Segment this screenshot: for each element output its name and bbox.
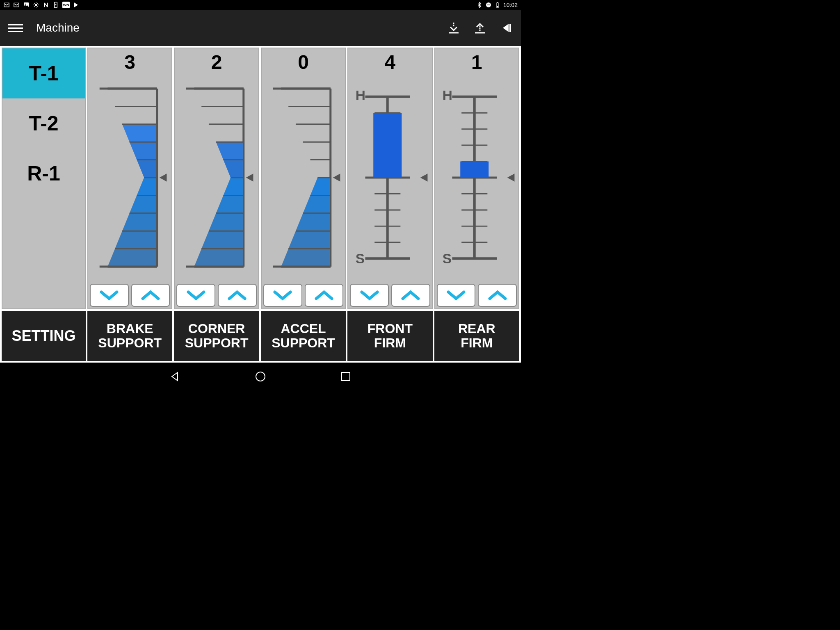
preset-panel: T-1 T-2 R-1 bbox=[2, 48, 86, 309]
svg-text:S: S bbox=[356, 251, 365, 266]
app-bar: Machine bbox=[0, 10, 521, 46]
svg-text:H: H bbox=[442, 88, 452, 103]
control-column-4: 1HSREAR FIRM bbox=[434, 48, 519, 361]
svg-line-11 bbox=[37, 3, 38, 3]
svg-line-9 bbox=[37, 6, 38, 7]
upload-button[interactable] bbox=[473, 21, 486, 34]
svg-rect-79 bbox=[373, 113, 402, 178]
status-time: 10:02 bbox=[503, 2, 518, 8]
control-value: 3 bbox=[90, 51, 170, 73]
svg-text:H: H bbox=[356, 88, 365, 103]
decrease-button[interactable] bbox=[90, 284, 129, 307]
menu-button[interactable] bbox=[8, 24, 23, 32]
svg-point-95 bbox=[256, 372, 265, 381]
decrease-button[interactable] bbox=[263, 284, 302, 307]
control-panel: 2 bbox=[174, 48, 259, 309]
svg-rect-16 bbox=[497, 2, 498, 2]
control-value: 2 bbox=[176, 51, 256, 73]
svg-rect-22 bbox=[509, 24, 511, 32]
control-label: CORNER SUPPORT bbox=[174, 311, 259, 361]
svg-rect-14 bbox=[487, 5, 490, 5]
increase-button[interactable] bbox=[478, 284, 517, 307]
sidebar-column: T-1 T-2 R-1 SETTING bbox=[2, 48, 86, 361]
svg-rect-94 bbox=[460, 162, 488, 178]
preset-t2-button[interactable]: T-2 bbox=[2, 98, 85, 148]
status-left: WN bbox=[3, 2, 80, 8]
svg-rect-96 bbox=[342, 372, 350, 381]
control-column-1: 2CORNER SUPPORT bbox=[174, 48, 259, 361]
wn-icon: WN bbox=[62, 2, 70, 8]
collapse-button[interactable] bbox=[500, 21, 513, 34]
control-column-2: 0ACCEL SUPPORT bbox=[261, 48, 346, 361]
dnd-icon bbox=[485, 2, 492, 8]
svg-line-10 bbox=[34, 6, 34, 7]
slider-gauge[interactable]: HS bbox=[352, 75, 428, 281]
control-panel: 3 bbox=[87, 48, 172, 309]
home-button[interactable] bbox=[255, 371, 266, 382]
decrease-button[interactable] bbox=[350, 284, 389, 307]
recent-button[interactable] bbox=[340, 371, 352, 382]
brightness-icon bbox=[33, 2, 39, 8]
control-column-0: 3BRAKE SUPPORT bbox=[87, 48, 172, 361]
control-label: ACCEL SUPPORT bbox=[261, 311, 346, 361]
play-store-icon bbox=[73, 2, 80, 8]
battery-icon bbox=[494, 2, 501, 8]
status-right: 10:02 bbox=[476, 2, 518, 8]
increase-button[interactable] bbox=[131, 284, 170, 307]
status-bar: WN 10:02 bbox=[0, 0, 521, 10]
slider-gauge[interactable]: HS bbox=[438, 75, 515, 281]
setting-label: SETTING bbox=[2, 311, 86, 361]
svg-rect-17 bbox=[497, 6, 498, 7]
gmail-icon bbox=[13, 2, 20, 8]
preset-r1-button[interactable]: R-1 bbox=[2, 148, 85, 199]
svg-text:S: S bbox=[442, 251, 451, 266]
app-title: Machine bbox=[36, 21, 447, 34]
increase-button[interactable] bbox=[218, 284, 257, 307]
control-panel: 4HS bbox=[347, 48, 432, 309]
preset-t1-button[interactable]: T-1 bbox=[2, 48, 85, 98]
control-label: FRONT FIRM bbox=[347, 311, 432, 361]
svg-point-3 bbox=[35, 4, 37, 6]
system-update-icon bbox=[52, 2, 59, 8]
svg-line-8 bbox=[34, 3, 34, 3]
control-value: 1 bbox=[437, 51, 517, 73]
mail-outline-icon bbox=[3, 2, 10, 8]
n-letter-icon bbox=[43, 2, 49, 8]
download-button[interactable] bbox=[447, 21, 460, 34]
nav-bar bbox=[0, 363, 521, 390]
control-panel: 0 bbox=[261, 48, 346, 309]
increase-button[interactable] bbox=[305, 284, 344, 307]
fan-gauge[interactable] bbox=[178, 75, 255, 281]
main-content: T-1 T-2 R-1 SETTING 3BRAKE SUPPORT2CORNE… bbox=[0, 46, 521, 363]
image-icon bbox=[23, 2, 30, 8]
bluetooth-icon bbox=[476, 2, 483, 8]
control-label: REAR FIRM bbox=[434, 311, 519, 361]
back-button[interactable] bbox=[169, 371, 181, 382]
control-value: 4 bbox=[350, 51, 430, 73]
control-label: BRAKE SUPPORT bbox=[87, 311, 172, 361]
control-column-3: 4HSFRONT FIRM bbox=[347, 48, 432, 361]
decrease-button[interactable] bbox=[176, 284, 215, 307]
control-panel: 1HS bbox=[434, 48, 519, 309]
fan-gauge[interactable] bbox=[265, 75, 342, 281]
increase-button[interactable] bbox=[391, 284, 430, 307]
control-value: 0 bbox=[263, 51, 343, 73]
svg-point-2 bbox=[25, 4, 26, 5]
decrease-button[interactable] bbox=[437, 284, 476, 307]
fan-gauge[interactable] bbox=[91, 75, 168, 281]
